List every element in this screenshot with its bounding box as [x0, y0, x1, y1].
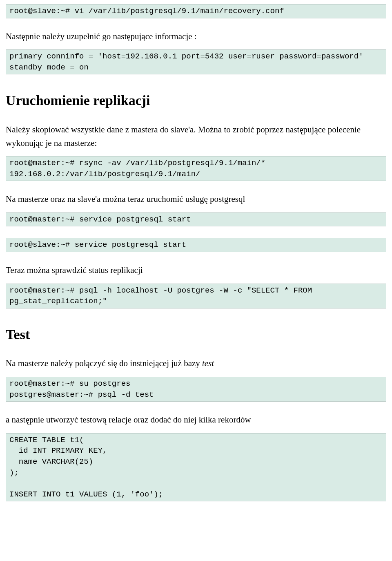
code-block-su-psql: root@master:~# su postgres postgres@mast… [6, 377, 386, 402]
paragraph-connect-test: Na masterze należy połączyć się do instn… [6, 357, 386, 370]
paragraph-start-services: Na masterze oraz na slave'a można teraz … [6, 192, 386, 206]
paragraph-create-table: a następnie utworzyć testową relacje ora… [6, 413, 386, 427]
code-block-create-insert: CREATE TABLE t1( id INT PRIMARY KEY, nam… [6, 433, 386, 502]
paragraph-check-status: Teraz można sprawdzić status replikacji [6, 264, 386, 277]
code-block-recovery-conf: primary_conninfo = 'host=192.168.0.1 por… [6, 49, 386, 74]
code-block-start-master: root@master:~# service postgresql start [6, 212, 386, 227]
heading-uruchomienie: Uruchomienie replikacji [6, 90, 386, 112]
code-block-psql-status: root@master:~# psql -h localhost -U post… [6, 284, 386, 308]
paragraph-intro-recovery: Następnie należy uzupełnić go następując… [6, 30, 386, 43]
paragraph-copy-data: Należy skopiować wszystkie dane z master… [6, 123, 386, 150]
code-block-rsync: root@master:~# rsync -av /var/lib/postgr… [6, 156, 386, 181]
paragraph-connect-pre: Na masterze należy połączyć się do instn… [6, 358, 202, 368]
code-block-vi-recovery: root@slave:~# vi /var/lib/postgresql/9.1… [6, 4, 386, 18]
dbname-italic: test [202, 358, 214, 368]
code-block-start-slave: root@slave:~# service postgresql start [6, 238, 386, 252]
heading-test: Test [6, 324, 386, 346]
